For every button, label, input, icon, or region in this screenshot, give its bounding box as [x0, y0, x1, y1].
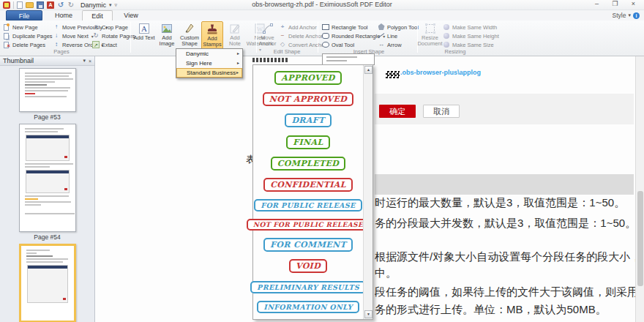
crop-icon: #	[92, 23, 100, 31]
thumbnail-heading-line	[26, 255, 53, 257]
chevron-down-icon[interactable]: ▾	[83, 58, 86, 64]
stamp-draft[interactable]: DRAFT	[285, 113, 331, 127]
stamp-void[interactable]: VOID	[289, 259, 327, 273]
maximize-button[interactable]: ❐	[606, 0, 624, 9]
pdf-export-icon[interactable]: A	[47, 1, 54, 9]
scrollbar-thumb[interactable]	[637, 191, 643, 286]
thumbnail-text-line	[25, 75, 70, 77]
tab-edit[interactable]: Edit	[82, 10, 113, 20]
thumbnail-text-line	[25, 213, 75, 214]
chevron-down-icon: ▾	[109, 2, 112, 8]
add-note-icon	[229, 23, 241, 34]
tab-file[interactable]: File	[6, 10, 42, 20]
stamp-preliminary-results[interactable]: PRELIMINARY RESULTS	[250, 281, 366, 293]
open-folder-icon[interactable]	[26, 2, 34, 8]
menu-item-danymic[interactable]: Danymic▸	[176, 49, 242, 59]
thumbnail-text-line	[25, 128, 64, 130]
stamp-for-comment[interactable]: FOR COMMENT	[263, 238, 353, 252]
stamp-information-only[interactable]: INFORMATION ONLY	[257, 301, 359, 313]
document-text-line: 务的分段最大并发数，默认是3，取值范围是：1~50。	[375, 217, 643, 231]
reverse-order-icon: ↕	[53, 41, 60, 48]
delete-anchor-button[interactable]: − Delete Anchor	[279, 32, 323, 40]
oval-tool-button[interactable]: Oval Tool	[322, 41, 354, 48]
quick-access-dropdown[interactable]: Danymic	[80, 1, 106, 9]
thumbnail-content	[20, 213, 75, 214]
rounded-rectangle-icon	[322, 33, 329, 39]
cancel-button[interactable]: 取消	[423, 105, 460, 118]
undo-icon[interactable]: ↺	[57, 1, 64, 9]
make-same-size-button[interactable]: Make Same Size	[443, 41, 494, 48]
thumbnail-content	[20, 72, 75, 83]
add-text-button[interactable]: A Add Text	[133, 21, 155, 54]
resizing-group: Resize Document Make Same Width Make Sam…	[419, 20, 492, 56]
thumbnail-text-line	[25, 131, 59, 132]
pages-group-label: Pages	[0, 48, 123, 55]
toolbar-separator	[13, 1, 14, 9]
submenu-scrollbar[interactable]: ▲ ▼	[363, 65, 372, 319]
thumbnail-text-line	[25, 72, 72, 74]
move-up-icon: ↑	[53, 23, 60, 31]
rounded-rectangle-button[interactable]: Rounded Rectangle▾	[322, 32, 385, 40]
stamp-for-public-release[interactable]: FOR PUBLIC RELEASE	[254, 199, 362, 211]
move-next-button[interactable]: ↓ Move Next▾	[53, 32, 94, 40]
add-image-button[interactable]: Add Image	[156, 21, 178, 54]
menu-item-sign-here[interactable]: Sign Here▸	[176, 59, 242, 68]
close-panel-icon[interactable]: ×	[89, 59, 91, 64]
make-same-height-button[interactable]: Make Same Height	[443, 32, 499, 40]
extract-button[interactable]: ↗ Extact	[92, 41, 117, 48]
menu-item-standard-business[interactable]: Standard Business▸	[176, 68, 242, 78]
delete-pages-icon	[4, 42, 9, 48]
tab-home[interactable]: Home	[47, 10, 80, 20]
document-text-line: 务的形式进行上传。单位：MB，默认为50MB。	[375, 303, 643, 317]
crop-page-button[interactable]: # Crop Page	[92, 23, 128, 31]
close-button[interactable]: ×	[624, 0, 643, 9]
redo-icon[interactable]: ↻	[67, 1, 75, 9]
thumbnail-content	[20, 201, 75, 206]
thumbnail-panel: Thumbnail ▾ × Page #53	[0, 56, 95, 322]
polygon-tool-button[interactable]: Polygon Tool	[378, 23, 419, 31]
page-thumbnail-selected[interactable]	[19, 244, 76, 322]
line-tool-button[interactable]: Line	[378, 32, 397, 40]
tab-view[interactable]: View	[116, 10, 146, 20]
thumbnail-text-line	[25, 90, 68, 91]
redacted-checker-block	[386, 71, 400, 78]
make-same-width-button[interactable]: Make Same Width	[443, 23, 497, 31]
thumbnail-text-line	[25, 81, 56, 83]
convert-anchor-button[interactable]: ◇ Convert Anchor	[279, 41, 326, 48]
info-icon[interactable]: i	[633, 12, 640, 19]
stamp-approved[interactable]: APPROVED	[274, 71, 341, 85]
duplicate-pages-icon	[4, 33, 9, 40]
page-thumbnail-53[interactable]	[19, 68, 76, 112]
edit-shape-group: Move Anchor + Add Anchor − Delete Anchor…	[258, 20, 316, 56]
document-path-link[interactable]: .obs-browser-plus\applog	[400, 69, 481, 76]
edit-shape-group-label: Edit Shape	[258, 48, 316, 55]
ok-button[interactable]: 确定	[379, 105, 416, 118]
stamp-confidential[interactable]: CONFIDENTIAL	[263, 178, 353, 192]
save-icon[interactable]	[37, 1, 44, 9]
page-thumbnail-54[interactable]	[19, 124, 76, 232]
new-page-button[interactable]: New Page	[3, 23, 38, 31]
stamp-not-for-public-release[interactable]: NOT FOR PUBLIC RELEASE	[247, 219, 370, 231]
style-dropdown[interactable]: Style	[613, 12, 626, 19]
minimize-button[interactable]: –	[588, 0, 606, 9]
document-text-line: 根据源文件/对象大小自动设置每个分段任务的段大小，	[375, 250, 643, 264]
document-text-line: 中。	[375, 266, 643, 280]
thumbnail-screenshot	[26, 170, 70, 193]
rectangle-tool-button[interactable]: Rectangle Tool	[322, 23, 367, 31]
title-bar: A ↺ ↻ Danymic ▾ ▿ obs-browsertg-zh.pdf -…	[0, 0, 644, 10]
delete-pages-button[interactable]: Delete Pages	[3, 41, 45, 48]
scroll-down-icon[interactable]: ▼	[364, 310, 372, 318]
add-anchor-button[interactable]: + Add Anchor	[279, 23, 317, 31]
stamp-final[interactable]: FINAL	[286, 135, 329, 149]
new-document-icon[interactable]	[17, 1, 23, 9]
rotate-pages-button[interactable]: ↻ Rotate Pages	[92, 32, 135, 40]
duplicate-pages-button[interactable]: Duplicate Pages	[3, 32, 53, 40]
stamp-not-approved[interactable]: NOT APPROVED	[263, 92, 354, 106]
add-image-icon	[161, 23, 173, 34]
arrow-tool-button[interactable]: ↔ Arrow	[378, 41, 402, 48]
document-scrollbar[interactable]	[635, 56, 644, 322]
stamp-completed[interactable]: COMPLETED	[271, 157, 346, 171]
toolbar-overflow-icon[interactable]: ▿	[115, 2, 118, 8]
ribbon: New Page Duplicate Pages Delete Pages ↑ …	[0, 20, 644, 56]
scroll-up-icon[interactable]: ▲	[364, 66, 372, 74]
